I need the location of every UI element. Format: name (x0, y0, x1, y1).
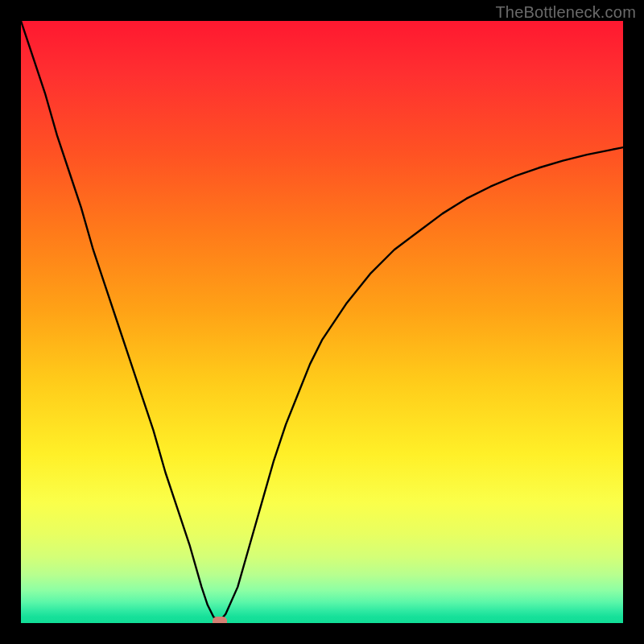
bottleneck-curve (21, 21, 623, 623)
minimum-marker (213, 617, 227, 623)
plot-area (21, 21, 623, 623)
watermark-text: TheBottleneck.com (495, 3, 636, 22)
chart-container: TheBottleneck.com (0, 0, 644, 644)
